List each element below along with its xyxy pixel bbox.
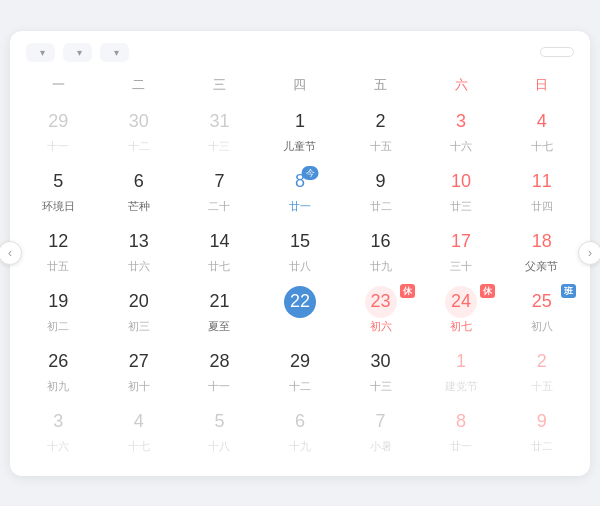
day-cell[interactable]: 9廿二: [340, 162, 421, 220]
day-cell[interactable]: 13廿六: [99, 222, 180, 280]
day-cell[interactable]: 17三十: [421, 222, 502, 280]
day-cell[interactable]: 22端午节: [260, 282, 341, 340]
day-cell[interactable]: 30十二: [99, 102, 180, 160]
lunar-text: 建党节: [445, 379, 478, 394]
lunar-text: 十九: [289, 439, 311, 454]
day-cell[interactable]: 18父亲节: [501, 222, 582, 280]
date-number: 12: [42, 226, 74, 258]
date-number: 21: [203, 286, 235, 318]
day-cell[interactable]: 1儿童节: [260, 102, 341, 160]
day-cell[interactable]: 7二十: [179, 162, 260, 220]
lunar-text: 父亲节: [525, 259, 558, 274]
day-cell[interactable]: 6芒种: [99, 162, 180, 220]
day-cell[interactable]: 15廿八: [260, 222, 341, 280]
rest-badge: 休: [480, 284, 495, 299]
date-number: 24: [445, 286, 477, 318]
lunar-text: 初三: [128, 319, 150, 334]
date-number: 1: [445, 346, 477, 378]
day-cell[interactable]: 4十七: [99, 402, 180, 460]
lunar-text: 廿四: [531, 199, 553, 214]
date-number: 2: [365, 106, 397, 138]
day-cell[interactable]: 16廿九: [340, 222, 421, 280]
lunar-text: 初九: [47, 379, 69, 394]
lunar-text: 廿五: [47, 259, 69, 274]
day-cell[interactable]: 3十六: [421, 102, 502, 160]
today-indicator: 今: [302, 166, 319, 180]
date-number: 29: [284, 346, 316, 378]
lunar-text: 十七: [128, 439, 150, 454]
date-number: 26: [42, 346, 74, 378]
day-cell[interactable]: 11廿四: [501, 162, 582, 220]
month-selector[interactable]: ▾: [100, 43, 129, 62]
lunar-text: 廿一: [450, 439, 472, 454]
date-number: 10: [445, 166, 477, 198]
date-number: 4: [526, 106, 558, 138]
date-number: 22: [284, 286, 316, 318]
lunar-text: 夏至: [208, 319, 230, 334]
date-number: 9: [526, 406, 558, 438]
day-cell[interactable]: 20初三: [99, 282, 180, 340]
lunar-text: 廿八: [289, 259, 311, 274]
day-cell[interactable]: 21夏至: [179, 282, 260, 340]
day-cell[interactable]: 31十三: [179, 102, 260, 160]
day-cell[interactable]: 10廿三: [421, 162, 502, 220]
day-cell[interactable]: 4十七: [501, 102, 582, 160]
day-cell[interactable]: 班25初八: [501, 282, 582, 340]
day-cell[interactable]: 2十五: [340, 102, 421, 160]
day-cell[interactable]: 2十五: [501, 342, 582, 400]
rest-badge: 休: [400, 284, 415, 299]
day-cell[interactable]: 19初二: [18, 282, 99, 340]
day-cell[interactable]: 8廿一: [421, 402, 502, 460]
day-cell[interactable]: 今8廿一: [260, 162, 341, 220]
date-number: 1: [284, 106, 316, 138]
today-button[interactable]: [540, 47, 574, 57]
date-number: 17: [445, 226, 477, 258]
day-cell[interactable]: 28十一: [179, 342, 260, 400]
lunar-text: 廿三: [450, 199, 472, 214]
day-cell[interactable]: 1建党节: [421, 342, 502, 400]
festival-chevron: ▾: [40, 47, 45, 58]
lunar-text: 十六: [47, 439, 69, 454]
date-number: 7: [203, 166, 235, 198]
lunar-text: 廿一: [289, 199, 311, 214]
day-cell[interactable]: 26初九: [18, 342, 99, 400]
day-cell[interactable]: 29十二: [260, 342, 341, 400]
day-cell[interactable]: 27初十: [99, 342, 180, 400]
date-number: 14: [203, 226, 235, 258]
day-cell[interactable]: 14廿七: [179, 222, 260, 280]
year-selector[interactable]: ▾: [63, 43, 92, 62]
date-number: 3: [445, 106, 477, 138]
date-number: 11: [526, 166, 558, 198]
day-cell[interactable]: 29十一: [18, 102, 99, 160]
day-cell[interactable]: 30十三: [340, 342, 421, 400]
lunar-text: 芒种: [128, 199, 150, 214]
lunar-text: 十七: [531, 139, 553, 154]
day-cell[interactable]: 休24初七: [421, 282, 502, 340]
day-cell[interactable]: 9廿二: [501, 402, 582, 460]
days-grid: 29十一30十二31十三1儿童节2十五3十六4十七5环境日6芒种7二十今8廿一9…: [10, 102, 590, 460]
weekday-label: 一: [18, 72, 99, 98]
day-cell[interactable]: 7小暑: [340, 402, 421, 460]
year-chevron: ▾: [77, 47, 82, 58]
weekdays-row: 一二三四五六日: [10, 72, 590, 98]
day-cell[interactable]: 5十八: [179, 402, 260, 460]
date-number: 13: [123, 226, 155, 258]
lunar-text: 十一: [47, 139, 69, 154]
weekday-label: 四: [260, 72, 341, 98]
date-number: 9: [365, 166, 397, 198]
day-cell[interactable]: 5环境日: [18, 162, 99, 220]
lunar-text: 初十: [128, 379, 150, 394]
calendar-container: ‹ › ▾ ▾ ▾ 一二三四五六日 29十一30十二31十三1儿童节2十五3十六…: [10, 31, 590, 476]
date-number: 23: [365, 286, 397, 318]
lunar-text: 十一: [208, 379, 230, 394]
day-cell[interactable]: 12廿五: [18, 222, 99, 280]
date-number: 15: [284, 226, 316, 258]
lunar-text: 二十: [208, 199, 230, 214]
day-cell[interactable]: 6十九: [260, 402, 341, 460]
date-number: 5: [42, 166, 74, 198]
weekday-label: 六: [421, 72, 502, 98]
day-cell[interactable]: 休23初六: [340, 282, 421, 340]
day-cell[interactable]: 3十六: [18, 402, 99, 460]
festival-selector[interactable]: ▾: [26, 43, 55, 62]
lunar-text: 三十: [450, 259, 472, 274]
